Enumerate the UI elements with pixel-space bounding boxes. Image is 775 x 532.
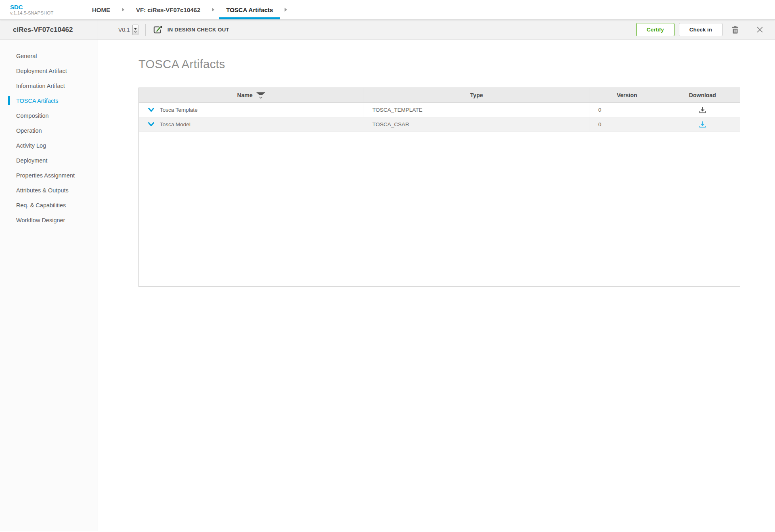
sidebar-item-label: TOSCA Artifacts	[16, 98, 59, 104]
toolbar-actions: Certify Check in	[636, 23, 775, 37]
sidebar-item-properties-assignment[interactable]: Properties Assignment	[0, 168, 98, 183]
toolbar: ciRes-VF07c10462 V0.1 IN DESIGN CHECK OU…	[0, 20, 775, 40]
check-in-button[interactable]: Check in	[679, 23, 723, 36]
sidebar-item-label: Req. & Capabilities	[16, 202, 66, 209]
pencil-square-icon	[153, 25, 163, 35]
caret-right-icon	[285, 8, 287, 12]
sidebar: General Deployment Artifact Information …	[0, 40, 98, 531]
breadcrumb-vf[interactable]: VF: ciRes-VF07c10462	[129, 0, 207, 19]
sidebar-item-deployment[interactable]: Deployment	[0, 153, 98, 168]
sidebar-item-general[interactable]: General	[0, 48, 98, 63]
sidebar-item-label: Information Artifact	[16, 83, 65, 89]
sidebar-item-label: Deployment Artifact	[16, 68, 67, 74]
tosca-artifacts-table: Name Type Version Download	[138, 88, 740, 287]
sidebar-item-operation[interactable]: Operation	[0, 123, 98, 138]
cell-download	[665, 117, 740, 131]
chevron-down-icon[interactable]	[148, 107, 155, 113]
column-header-version[interactable]: Version	[589, 88, 665, 102]
trash-icon	[731, 25, 739, 34]
sidebar-item-deployment-artifact[interactable]: Deployment Artifact	[0, 63, 98, 78]
artifact-version: 0	[598, 107, 601, 113]
artifact-name: Tosca Template	[160, 107, 198, 113]
breadcrumb-tosca-artifacts[interactable]: TOSCA Artifacts	[219, 0, 280, 19]
status-text: IN DESIGN CHECK OUT	[168, 27, 229, 33]
download-tray-icon	[698, 120, 707, 129]
sidebar-item-label: General	[16, 53, 37, 59]
sidebar-item-req-capabilities[interactable]: Req. & Capabilities	[0, 198, 98, 213]
actions-divider	[747, 23, 747, 37]
app-version: v.1.14.5-SNAPSHOT	[10, 10, 85, 16]
sidebar-item-label: Activity Log	[16, 142, 46, 149]
cell-type: TOSCA_TEMPLATE	[364, 103, 589, 117]
sidebar-item-activity-log[interactable]: Activity Log	[0, 138, 98, 153]
sdc-logo[interactable]: SDC v.1.14.5-SNAPSHOT	[10, 0, 85, 19]
cell-name: Tosca Model	[139, 117, 364, 131]
sidebar-item-tosca-artifacts[interactable]: TOSCA Artifacts	[0, 93, 98, 108]
sort-filter-icon[interactable]	[256, 92, 266, 99]
artifact-type: TOSCA_CSAR	[372, 121, 409, 127]
certify-button[interactable]: Certify	[636, 23, 674, 36]
main-content: TOSCA Artifacts Name Type Version	[98, 40, 775, 531]
page-title: TOSCA Artifacts	[138, 58, 775, 71]
column-header-name[interactable]: Name	[139, 88, 364, 102]
entity-header: ciRes-VF07c10462	[0, 20, 98, 40]
table-row-tosca-model: Tosca Model TOSCA_CSAR 0	[139, 117, 740, 132]
column-header-download[interactable]: Download	[665, 88, 740, 102]
lifecycle-status: IN DESIGN CHECK OUT	[153, 25, 229, 35]
app-title: SDC	[10, 4, 85, 10]
delete-button[interactable]	[729, 23, 741, 36]
version-label: V0.1	[118, 27, 130, 33]
toolbar-divider	[145, 24, 146, 36]
cell-version: 0	[589, 117, 665, 131]
sidebar-item-attributes-outputs[interactable]: Attributes & Outputs	[0, 183, 98, 198]
breadcrumb: HOME VF: ciRes-VF07c10462 TOSCA Artifact…	[85, 0, 291, 19]
cell-version: 0	[589, 103, 665, 117]
sidebar-item-label: Operation	[16, 127, 42, 134]
cell-name: Tosca Template	[139, 103, 364, 117]
sidebar-item-label: Composition	[16, 113, 49, 119]
table-row-tosca-template: Tosca Template TOSCA_TEMPLATE 0	[139, 103, 740, 117]
artifact-version: 0	[598, 121, 601, 127]
sidebar-item-label: Attributes & Outputs	[16, 187, 69, 194]
toolbar-main: V0.1 IN DESIGN CHECK OUT Certify Check i…	[98, 20, 775, 40]
download-tray-icon	[698, 106, 707, 114]
sidebar-item-workflow-designer[interactable]: Workflow Designer	[0, 213, 98, 227]
sidebar-item-information-artifact[interactable]: Information Artifact	[0, 78, 98, 93]
column-header-label: Version	[617, 92, 637, 98]
version-selector[interactable]	[132, 25, 138, 35]
sidebar-item-label: Workflow Designer	[16, 217, 65, 223]
entity-name: ciRes-VF07c10462	[13, 26, 73, 34]
column-header-label: Type	[470, 92, 483, 98]
artifact-type: TOSCA_TEMPLATE	[372, 107, 422, 113]
active-indicator	[8, 96, 10, 105]
sidebar-item-label: Properties Assignment	[16, 172, 75, 179]
chevron-down-icon[interactable]	[148, 122, 155, 127]
caret-right-icon	[122, 8, 124, 12]
cell-type: TOSCA_CSAR	[364, 117, 589, 131]
download-button[interactable]	[698, 105, 708, 115]
download-button[interactable]	[698, 119, 708, 129]
close-icon	[756, 26, 764, 33]
column-header-label: Download	[689, 92, 716, 98]
top-header: SDC v.1.14.5-SNAPSHOT HOME VF: ciRes-VF0…	[0, 0, 775, 20]
close-button[interactable]	[754, 24, 765, 35]
breadcrumb-home[interactable]: HOME	[85, 0, 117, 19]
column-header-label: Name	[237, 92, 253, 98]
sidebar-item-label: Deployment	[16, 157, 47, 164]
caret-right-icon	[212, 8, 214, 12]
page-body: General Deployment Artifact Information …	[0, 40, 775, 531]
cell-download	[665, 103, 740, 117]
column-header-type[interactable]: Type	[364, 88, 589, 102]
sidebar-item-composition[interactable]: Composition	[0, 108, 98, 123]
artifact-name: Tosca Model	[160, 121, 191, 127]
spinner-arrows-icon	[133, 26, 138, 33]
table-header-row: Name Type Version Download	[139, 88, 740, 103]
